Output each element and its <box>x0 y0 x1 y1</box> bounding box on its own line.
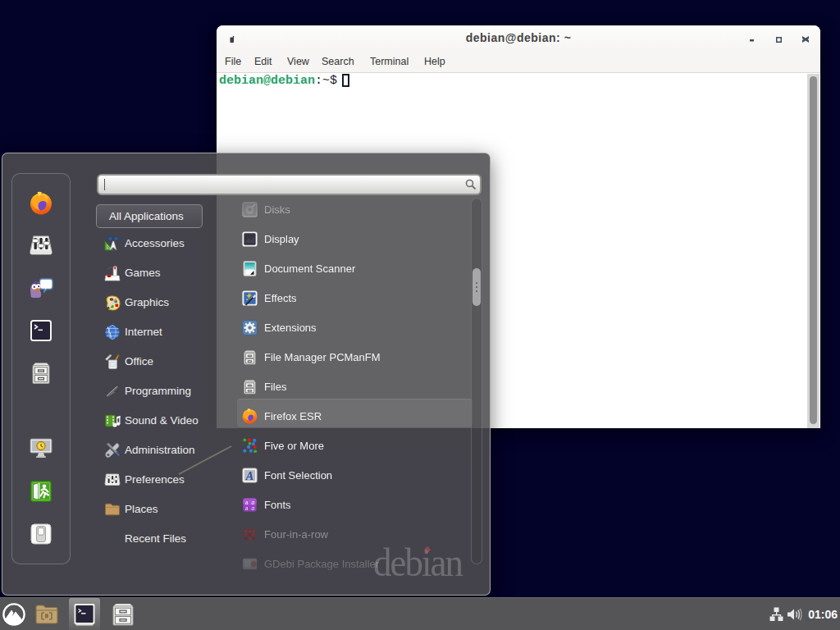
svg-text:a: a <box>251 504 254 512</box>
svg-text:A: A <box>245 469 254 482</box>
